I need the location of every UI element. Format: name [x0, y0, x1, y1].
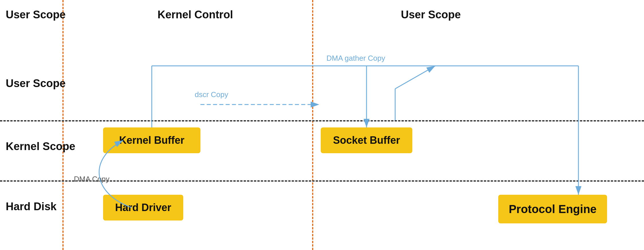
kernel-control-label: Kernel Control: [157, 9, 233, 21]
horiz-line-top: [0, 120, 644, 121]
user-scope-mid-label: User Scope: [6, 77, 66, 90]
socket-to-top-arrow: [395, 66, 435, 89]
dma-gather-copy-label: DMA gather Copy: [326, 54, 385, 63]
vert-line-left: [62, 0, 64, 250]
dma-copy-label: DMA Copy: [74, 175, 109, 184]
hard-driver-box: Hard Driver: [103, 195, 183, 221]
diagram: User Scope User Scope Kernel Scope Hard …: [0, 0, 644, 250]
user-scope-right-label: User Scope: [401, 9, 461, 21]
kernel-scope-label: Kernel Scope: [6, 140, 75, 153]
protocol-engine-box: Protocol Engine: [498, 195, 607, 223]
kernel-buffer-box: Kernel Buffer: [103, 127, 200, 153]
hard-disk-label: Hard Disk: [6, 200, 56, 213]
dscr-copy-label: dscr Copy: [195, 90, 228, 99]
user-scope-top-label: User Scope: [6, 9, 66, 21]
socket-buffer-box: Socket Buffer: [321, 127, 412, 153]
vert-line-right: [312, 0, 313, 250]
